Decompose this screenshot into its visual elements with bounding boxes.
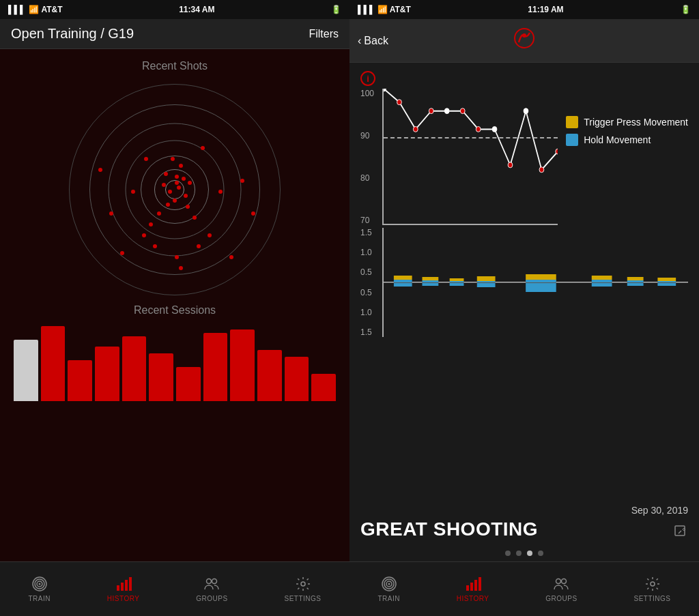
y-label-70: 70 [360, 216, 378, 225]
shot-dot [98, 168, 102, 172]
svg-rect-31 [627, 277, 644, 280]
shot-dot [120, 251, 124, 255]
bar-item [285, 357, 309, 401]
dot-2 [516, 551, 522, 556]
session-title: GREAT SHOOTING [360, 518, 538, 540]
svg-rect-30 [592, 276, 612, 280]
chevron-left-icon: ‹ [358, 35, 361, 47]
shot-dot [197, 244, 201, 248]
y-mvmt-10-bot: 1.0 [360, 308, 378, 317]
svg-rect-33 [394, 280, 412, 287]
y-mvmt-15-bot: 1.5 [360, 327, 378, 337]
y-label-90: 90 [360, 131, 378, 141]
bar-item [203, 333, 228, 401]
nav-train-right[interactable]: TRAIN [367, 570, 411, 608]
nav-train-label-left: TRAIN [28, 595, 51, 602]
recent-sessions-label: Recent Sessions [134, 304, 216, 317]
chart-legend: Trigger Press Movement Hold Movement [566, 116, 688, 225]
center-line [384, 282, 688, 283]
bar-item [41, 326, 66, 401]
bar-item [311, 374, 336, 401]
nav-settings-left[interactable]: SETTINGS [274, 570, 332, 608]
svg-rect-4 [117, 585, 119, 591]
nav-train-left[interactable]: TRAIN [17, 570, 61, 608]
average-line [384, 137, 558, 138]
carrier-left: ▌▌▌ 📶 AT&T [8, 5, 63, 14]
back-button[interactable]: ‹ Back [358, 35, 388, 47]
page-title: Open Training / G19 [11, 26, 134, 42]
page-dots [350, 545, 699, 561]
bar-item [230, 329, 255, 401]
svg-rect-55 [466, 585, 469, 591]
svg-point-15 [413, 126, 418, 132]
legend-trigger: Trigger Press Movement [566, 116, 688, 128]
recent-shots-label: Recent Shots [142, 60, 208, 72]
nav-history-right[interactable]: HISTORY [446, 570, 500, 608]
nav-groups-right[interactable]: GROUPS [534, 570, 588, 608]
svg-point-8 [207, 579, 212, 584]
status-bar-right: ▌▌▌ 📶 AT&T 11:19 AM 🔋 [350, 0, 699, 19]
bar-item [257, 350, 282, 401]
bar-item [95, 347, 119, 401]
groups-icon-left [203, 576, 220, 592]
svg-rect-6 [125, 580, 128, 591]
y-axis-movement: 1.5 1.0 0.5 0.5 1.0 1.5 [360, 228, 382, 337]
svg-rect-38 [592, 280, 612, 287]
svg-point-14 [397, 100, 402, 105]
shot-dot [131, 190, 135, 194]
signal-icon-right: ▌▌▌ [358, 5, 375, 14]
header-left: Open Training / G19 Filters [0, 19, 350, 49]
left-panel: ▌▌▌ 📶 AT&T 11:34 AM 🔋 Open Training / G1… [0, 0, 350, 616]
svg-point-12 [522, 33, 526, 38]
svg-point-19 [476, 126, 481, 132]
info-icon[interactable]: i [360, 71, 375, 86]
svg-point-20 [492, 126, 497, 132]
y-mvmt-15-top: 1.5 [360, 228, 378, 237]
svg-point-54 [388, 583, 390, 585]
score-plot [382, 89, 558, 225]
nav-settings-right[interactable]: SETTINGS [623, 570, 682, 608]
chart-area: i 100 90 80 70 [350, 63, 699, 499]
carrier-name-left: AT&T [42, 5, 63, 14]
dot-3 [527, 551, 532, 556]
svg-rect-58 [479, 577, 481, 591]
svg-rect-37 [526, 280, 556, 292]
target-area: Recent Shots [0, 49, 350, 561]
bar-item [149, 353, 173, 401]
shot-dot [229, 255, 233, 259]
svg-point-23 [539, 167, 544, 173]
y-label-100: 100 [360, 89, 378, 98]
dot-1 [505, 551, 511, 556]
shot-dot [218, 190, 223, 194]
filters-button[interactable]: Filters [309, 28, 339, 40]
svg-point-24 [556, 149, 558, 154]
score-chart-container: 100 90 80 70 [360, 89, 688, 225]
nav-groups-left[interactable]: GROUPS [185, 570, 238, 608]
nav-history-left[interactable]: HISTORY [96, 570, 151, 608]
svg-point-22 [524, 108, 528, 114]
nav-settings-label-right: SETTINGS [634, 595, 671, 602]
groups-icon-right [553, 576, 569, 592]
svg-point-21 [508, 162, 513, 168]
history-icon-right [465, 576, 481, 592]
svg-point-10 [301, 582, 305, 586]
carrier-right: ▌▌▌ 📶 AT&T [358, 5, 411, 14]
nav-history-label-right: HISTORY [457, 595, 489, 602]
svg-rect-32 [657, 278, 676, 281]
bar-item [68, 360, 92, 401]
back-label: Back [364, 35, 388, 47]
bottom-nav-left: TRAIN HISTORY GROUPS [0, 561, 350, 616]
edit-icon[interactable] [673, 524, 688, 542]
svg-rect-28 [477, 276, 496, 281]
movement-plot [382, 228, 688, 337]
edit-svg [673, 524, 688, 539]
shot-dot [177, 186, 181, 190]
svg-point-9 [212, 579, 217, 584]
time-right: 11:19 AM [528, 5, 563, 14]
svg-rect-34 [422, 280, 438, 286]
logo-icon [512, 26, 537, 55]
shot-dot [175, 175, 179, 179]
svg-rect-5 [121, 583, 124, 591]
nav-groups-label-right: GROUPS [545, 595, 577, 602]
svg-rect-25 [394, 276, 412, 280]
